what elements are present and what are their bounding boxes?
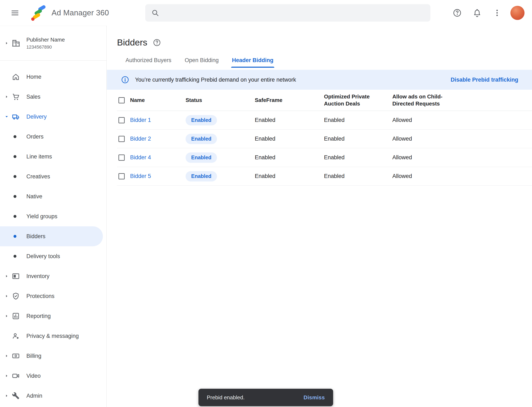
bidders-tab-bar: Authorized Buyers Open Bidding Header Bi… <box>126 57 532 68</box>
opad-value: Enabled <box>324 154 345 161</box>
sidebar-item-yield-groups[interactable]: Yield groups <box>0 206 106 226</box>
sidebar-item-label: Inventory <box>26 273 49 280</box>
ad-manager-logo[interactable]: Ad Manager 360 <box>30 5 109 21</box>
chevron-down-icon <box>5 115 9 119</box>
sidebar-item-delivery-tools[interactable]: Delivery tools <box>0 246 106 266</box>
account-avatar[interactable] <box>510 6 524 20</box>
bullet-icon <box>14 215 16 218</box>
chevron-right-icon <box>5 374 9 378</box>
tab-authorized-buyers[interactable]: Authorized Buyers <box>126 57 171 68</box>
bar-chart-icon <box>12 312 20 320</box>
child-directed-value: Allowed <box>392 117 412 123</box>
sidebar-item-home[interactable]: Home <box>0 67 106 87</box>
delivery-truck-icon <box>12 113 20 121</box>
opad-value: Enabled <box>324 136 345 142</box>
chevron-right-icon <box>5 354 9 358</box>
sidebar-item-video[interactable]: Video <box>0 366 106 386</box>
global-search[interactable] <box>145 4 430 22</box>
home-icon <box>12 73 20 81</box>
sidebar-item-orders[interactable]: Orders <box>0 127 106 147</box>
child-directed-value: Allowed <box>392 173 412 179</box>
ad-manager-logo-icon <box>30 5 47 21</box>
column-header-safeframe[interactable]: SafeFrame <box>255 97 282 103</box>
sidebar-item-native[interactable]: Native <box>0 187 106 206</box>
cart-icon <box>12 93 20 101</box>
sidebar-item-label: Line items <box>26 153 52 160</box>
person-privacy-icon <box>12 332 20 340</box>
column-header-child-directed[interactable]: Allow ads on Child-Directed Requests <box>392 93 445 107</box>
opad-value: Enabled <box>324 173 345 179</box>
column-header-opad[interactable]: Optimized Private Auction Deals <box>324 93 375 107</box>
row-checkbox[interactable] <box>119 136 125 142</box>
page-help-icon[interactable] <box>153 39 161 47</box>
shield-icon <box>12 292 20 300</box>
sidebar-item-inventory[interactable]: Inventory <box>0 266 106 286</box>
billing-banknote-icon <box>12 352 20 360</box>
bullet-icon <box>14 235 16 238</box>
chevron-right-icon <box>5 394 9 398</box>
bullet-icon <box>14 155 16 158</box>
search-icon <box>151 9 159 17</box>
chevron-right-icon <box>5 294 9 298</box>
sidebar-item-bidders[interactable]: Bidders <box>0 226 103 246</box>
safeframe-value: Enabled <box>255 136 275 142</box>
bullet-icon <box>14 195 16 198</box>
table-header-row: Name Status SafeFrame Optimized Private … <box>117 90 532 111</box>
sidebar-item-label: Privacy & messaging <box>26 333 79 339</box>
table-row: Bidder 2 Enabled Enabled Enabled Allowed <box>117 130 532 148</box>
snackbar-dismiss-button[interactable]: Dismiss <box>303 394 325 401</box>
column-header-name[interactable]: Name <box>130 97 145 103</box>
hamburger-menu-icon[interactable] <box>8 6 22 20</box>
sidebar-item-line-items[interactable]: Line items <box>0 147 106 166</box>
row-checkbox[interactable] <box>119 155 125 161</box>
sidebar-item-protections[interactable]: Protections <box>0 286 106 306</box>
video-camera-icon <box>12 372 20 380</box>
sidebar-item-privacy-messaging[interactable]: Privacy & messaging <box>0 326 106 346</box>
bidder-link[interactable]: Bidder 2 <box>130 136 151 142</box>
search-input[interactable] <box>163 9 425 16</box>
chevron-right-icon <box>5 41 9 45</box>
row-checkbox[interactable] <box>119 117 125 123</box>
tab-header-bidding[interactable]: Header Bidding <box>232 57 274 68</box>
sidebar-navigation: Publisher Name 1234567890 Home Sales <box>0 26 107 407</box>
status-badge: Enabled <box>185 115 217 125</box>
column-header-status[interactable]: Status <box>185 97 202 103</box>
bullet-icon <box>14 175 16 178</box>
bidders-table: Name Status SafeFrame Optimized Private … <box>117 90 532 186</box>
sidebar-item-label: Yield groups <box>26 213 57 220</box>
bidder-link[interactable]: Bidder 5 <box>130 173 151 179</box>
page-title: Bidders <box>117 37 147 47</box>
sidebar-item-billing[interactable]: Billing <box>0 346 106 366</box>
publisher-network-id: 1234567890 <box>26 44 65 50</box>
child-directed-value: Allowed <box>392 154 412 161</box>
sidebar-item-label: Home <box>26 74 41 80</box>
sidebar-nav-list: Home Sales Delivery Orders <box>0 61 106 406</box>
select-all-checkbox[interactable] <box>119 97 125 103</box>
status-badge: Enabled <box>185 134 217 144</box>
disable-prebid-link[interactable]: Disable Prebid trafficking <box>451 77 518 83</box>
sidebar-item-label: Orders <box>26 133 44 140</box>
sidebar-item-sales[interactable]: Sales <box>0 87 106 107</box>
bidder-link[interactable]: Bidder 1 <box>130 117 151 123</box>
sidebar-item-delivery[interactable]: Delivery <box>0 107 106 127</box>
sidebar-item-admin[interactable]: Admin <box>0 386 106 406</box>
publisher-account-switcher[interactable]: Publisher Name 1234567890 <box>0 26 106 61</box>
sidebar-item-creatives[interactable]: Creatives <box>0 166 106 187</box>
sidebar-item-label: Native <box>26 193 42 200</box>
chevron-right-icon <box>5 314 9 318</box>
sidebar-item-reporting[interactable]: Reporting <box>0 306 106 326</box>
safeframe-value: Enabled <box>255 173 275 179</box>
row-checkbox[interactable] <box>119 173 125 180</box>
topbar-actions <box>451 6 524 20</box>
status-badge: Enabled <box>185 171 217 181</box>
tab-open-bidding[interactable]: Open Bidding <box>185 57 219 68</box>
notifications-bell-icon[interactable] <box>470 6 484 20</box>
sidebar-item-label: Video <box>26 373 41 379</box>
more-options-icon[interactable] <box>491 6 504 20</box>
sidebar-item-label: Billing <box>26 353 41 359</box>
bidder-link[interactable]: Bidder 4 <box>130 154 151 161</box>
help-icon[interactable] <box>451 6 464 20</box>
table-row: Bidder 5 Enabled Enabled Enabled Allowed <box>117 167 532 186</box>
status-badge: Enabled <box>185 152 217 163</box>
prebid-info-banner: You’re currently trafficking Prebid dema… <box>107 70 532 90</box>
